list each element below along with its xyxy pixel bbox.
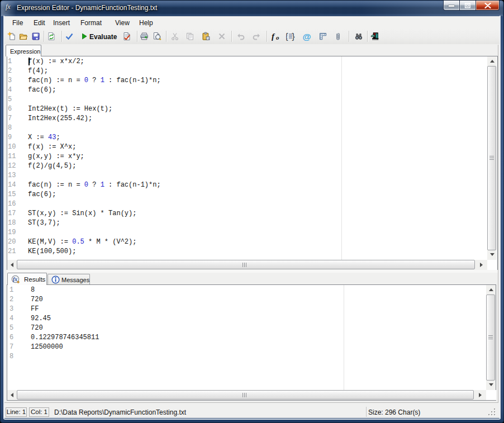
svg-text:@: @ [303, 32, 311, 41]
svg-text:fx: fx [13, 277, 17, 282]
svg-text:o: o [276, 34, 279, 41]
svg-text:}: } [292, 32, 295, 41]
svg-text:{: { [286, 32, 288, 41]
svg-text:f: f [272, 32, 275, 41]
